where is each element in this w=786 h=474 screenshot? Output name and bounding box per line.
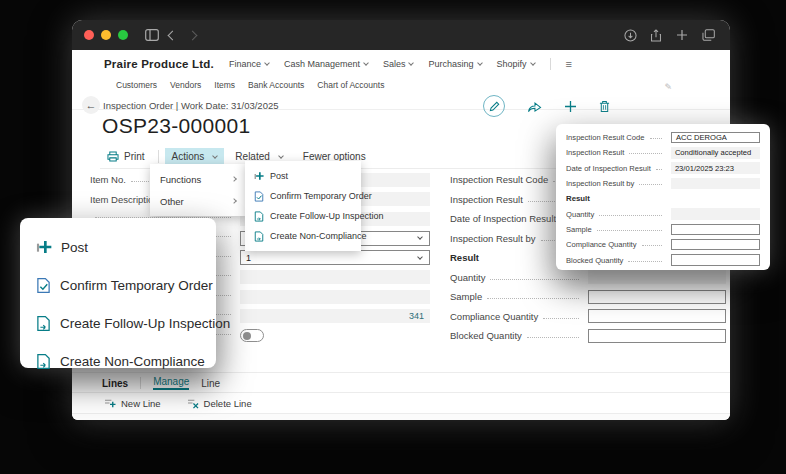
screenshot-stage: Praire Produce Ltd. Finance Cash Managem… (0, 0, 786, 474)
inspection-result-code-input[interactable]: ACC DEROGA (671, 132, 760, 144)
result-fields-callout: Inspection Result CodeACC DEROGA Inspect… (556, 124, 770, 270)
share-icon[interactable] (646, 25, 666, 45)
new-line-button[interactable]: New Line (104, 398, 161, 409)
confirm-document-icon (36, 277, 51, 294)
delete-line-button[interactable]: Delete Line (187, 398, 252, 409)
toolbar-divider (158, 150, 159, 163)
field-label: Inspection Result by (566, 179, 667, 188)
menu-item-create-non-compliance[interactable]: Create Non-Compliance (20, 342, 216, 380)
page-title: OSP23-000001 (102, 114, 250, 138)
menu-item-other[interactable]: Other (150, 190, 246, 212)
post-icon (36, 239, 52, 255)
field-label: Date of Inspection Result (566, 164, 667, 173)
post-icon (254, 171, 264, 181)
share-page-icon[interactable] (527, 100, 542, 113)
chevron-down-icon (278, 153, 284, 159)
compliance-quantity-field[interactable] (588, 309, 726, 323)
zoom-window-button[interactable] (118, 30, 128, 40)
create-document-icon (36, 315, 51, 332)
field[interactable] (240, 290, 430, 304)
more-menu-icon[interactable]: ≡ (566, 58, 572, 70)
sample-field[interactable] (588, 290, 726, 304)
field-label: Compliance Quantity (450, 311, 584, 322)
inspection-result-value: Conditionally accepted (671, 147, 760, 159)
menu-item-functions[interactable]: Functions (150, 168, 246, 190)
downloads-icon[interactable] (620, 25, 640, 45)
traffic-lights (84, 30, 128, 40)
create-document-icon (254, 211, 264, 222)
actions-menu-button[interactable]: Actions (165, 148, 225, 165)
back-nav-icon[interactable] (162, 25, 182, 45)
create-document-icon (36, 353, 51, 370)
result-quantity-field[interactable] (588, 270, 726, 284)
date-of-inspection-result-value: 23/01/2025 23:23 (671, 162, 760, 174)
menu-item-confirm-temporary-order[interactable]: Confirm Temporary Order (20, 266, 216, 304)
new-tab-icon[interactable] (672, 25, 692, 45)
edit-button[interactable] (483, 95, 505, 117)
chevron-right-icon (231, 176, 237, 182)
compliance-quantity-input[interactable] (671, 239, 760, 251)
nav-sales[interactable]: Sales (383, 59, 414, 69)
zoomed-menu-callout: Post Confirm Temporary Order Create Foll… (20, 218, 216, 368)
functions-submenu: Post Confirm Temporary Order Create Foll… (245, 161, 361, 251)
subnav-customers[interactable]: Customers (116, 80, 157, 90)
menu-item-post[interactable]: Post (245, 166, 361, 186)
nav-purchasing[interactable]: Purchasing (428, 59, 481, 69)
forward-nav-icon[interactable] (182, 25, 202, 45)
toggle-switch-off[interactable] (240, 329, 264, 342)
quantity-field[interactable]: 341 (240, 309, 430, 323)
nav-divider (550, 58, 551, 70)
result-group-header: Result (450, 252, 479, 263)
sidebar-icon[interactable] (142, 25, 162, 45)
chevron-down-icon (417, 234, 423, 240)
customize-pencil-icon[interactable]: ✎ (664, 82, 672, 92)
inspection-result-by-value (671, 178, 760, 190)
field-label: Sample (450, 291, 584, 302)
subnav-items[interactable]: Items (214, 80, 235, 90)
blocked-quantity-input[interactable] (671, 254, 760, 266)
menu-item-create-follow-up-inspection[interactable]: Create Follow-Up Inspection (245, 206, 361, 226)
lines-grid-area (72, 414, 730, 420)
actions-dropdown-menu: Functions Other (150, 164, 246, 216)
subnav-bank-accounts[interactable]: Bank Accounts (248, 80, 304, 90)
result-group-header: Result (566, 194, 590, 203)
confirm-document-icon (254, 191, 264, 202)
minimize-window-button[interactable] (101, 30, 111, 40)
chevron-down-icon (363, 60, 369, 66)
nav-cash-management[interactable]: Cash Management (284, 59, 368, 69)
chevron-right-icon (231, 198, 237, 204)
nav-shopify[interactable]: Shopify (497, 59, 535, 69)
new-record-icon[interactable] (564, 100, 577, 113)
field-label: Inspection Result (566, 148, 667, 157)
field-label: Blocked Quantity (566, 256, 667, 265)
chevron-down-icon (530, 60, 536, 66)
subnav-vendors[interactable]: Vendors (170, 80, 201, 90)
close-window-button[interactable] (84, 30, 94, 40)
chevron-down-icon (213, 153, 219, 159)
field-label: Quantity (566, 210, 667, 219)
company-name[interactable]: Praire Produce Ltd. (104, 58, 214, 70)
toggle-field (240, 329, 430, 342)
delete-record-icon[interactable] (599, 100, 610, 113)
chevron-down-icon (417, 254, 423, 260)
menu-item-confirm-temporary-order[interactable]: Confirm Temporary Order (245, 186, 361, 206)
tabs-overview-icon[interactable] (698, 25, 718, 45)
print-button[interactable]: Print (100, 148, 152, 165)
subnav-chart-of-accounts[interactable]: Chart of Accounts (317, 80, 384, 90)
create-document-icon (254, 231, 264, 242)
menu-item-post[interactable]: Post (20, 228, 216, 266)
dropdown-field[interactable]: 1 (240, 250, 430, 265)
field-label: Blocked Quantity (450, 330, 584, 341)
menu-item-create-follow-up-inspection[interactable]: Create Follow-Up Inspection (20, 304, 216, 342)
nav-finance[interactable]: Finance (229, 59, 269, 69)
lines-action-bar: New Line Delete Line (72, 392, 730, 414)
chevron-down-icon (477, 60, 483, 66)
page-caption: Inspection Order | Work Date: 31/03/2025 (103, 100, 279, 111)
blocked-quantity-field[interactable] (588, 329, 726, 343)
browser-titlebar (72, 20, 730, 50)
chevron-down-icon (409, 60, 415, 66)
sample-input[interactable] (671, 224, 760, 236)
menu-item-create-non-compliance[interactable]: Create Non-Compliance (245, 226, 361, 246)
field[interactable] (240, 270, 430, 284)
back-button[interactable]: ← (82, 96, 100, 114)
